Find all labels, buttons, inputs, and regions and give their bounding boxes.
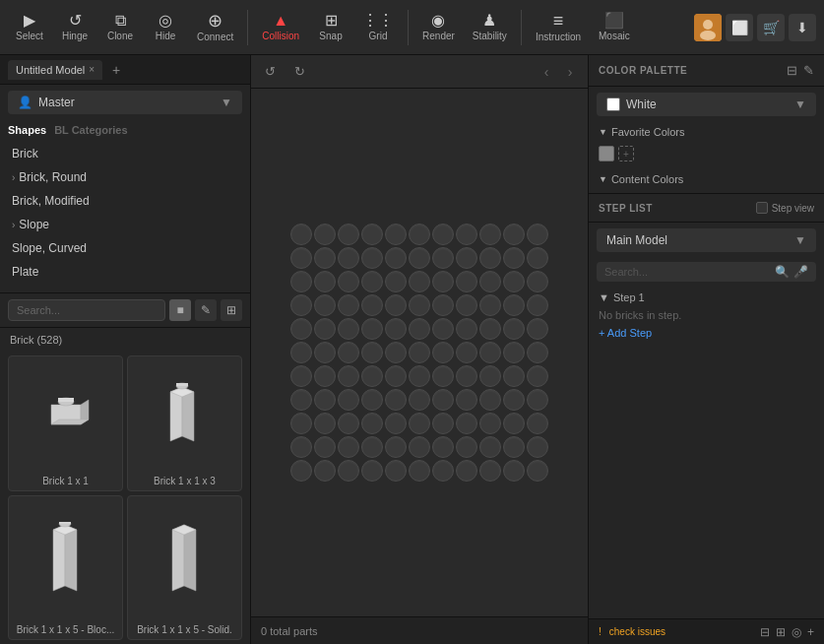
shape-item-plate[interactable]: Plate xyxy=(0,260,250,284)
stud xyxy=(432,318,454,340)
render-tool[interactable]: ◉ Render xyxy=(414,9,463,45)
step-view-toggle[interactable]: Step view xyxy=(756,202,814,214)
select-tool[interactable]: ▶ Select xyxy=(8,9,51,45)
stud xyxy=(290,436,312,458)
stud xyxy=(409,294,430,316)
tab-close-btn[interactable]: × xyxy=(89,64,95,75)
stud xyxy=(338,389,359,411)
grid-tool[interactable]: ⋮⋮ Grid xyxy=(354,9,402,45)
model-dropdown[interactable]: Main Model ▼ xyxy=(597,228,816,252)
stud xyxy=(290,294,312,316)
stud xyxy=(385,342,407,363)
svg-marker-13 xyxy=(53,525,65,591)
content-colors-header[interactable]: ▼ Content Colors xyxy=(599,173,814,185)
stud xyxy=(503,389,525,411)
instruction-label: Instruction xyxy=(536,32,581,42)
content-colors-section: ▼ Content Colors xyxy=(589,169,824,193)
connect-label: Connect xyxy=(197,32,233,42)
clone-tool[interactable]: ⧉ Clone xyxy=(98,9,142,45)
stud xyxy=(338,460,359,482)
brick-1x1-icon xyxy=(13,362,118,472)
snap-tool[interactable]: ⊞ Snap xyxy=(309,9,352,45)
brick-item-1x1x5-solid[interactable]: Brick 1 x 1 x 5 - Solid. xyxy=(127,495,242,641)
svg-marker-18 xyxy=(172,525,184,591)
brick-count-label: Brick (528) xyxy=(10,334,62,346)
search-input[interactable] xyxy=(8,299,165,321)
stud xyxy=(290,365,312,387)
view-edit-btn[interactable]: ✎ xyxy=(195,299,217,321)
brick-item-1x1x3[interactable]: Brick 1 x 1 x 3 xyxy=(127,355,242,491)
chevron-right-icon-2: › xyxy=(12,220,15,230)
mosaic-tool[interactable]: ⬛ Mosaic xyxy=(591,9,638,45)
hide-tool[interactable]: ◎ Hide xyxy=(144,9,187,45)
step-mic-icon[interactable]: 🎤 xyxy=(793,265,808,279)
stud xyxy=(409,271,430,292)
filter-icon[interactable]: ⊟ xyxy=(787,63,797,78)
next-arrow[interactable]: › xyxy=(560,62,580,82)
canvas-area[interactable] xyxy=(251,89,588,616)
master-dropdown[interactable]: 👤 Master ▼ xyxy=(8,91,242,114)
download-btn[interactable]: ⬇ xyxy=(789,14,816,41)
hinge-label: Hinge xyxy=(62,31,88,41)
edit-palette-icon[interactable]: ✎ xyxy=(803,63,814,78)
hide-icon: ◎ xyxy=(158,13,172,29)
collision-tool[interactable]: ▲ Collision xyxy=(254,9,307,45)
stud xyxy=(479,436,501,458)
bl-categories-tab[interactable]: BL Categories xyxy=(54,124,127,136)
favorite-colors-list: + xyxy=(599,142,814,165)
step-1-header[interactable]: ▼ Step 1 xyxy=(599,291,814,303)
monitor-btn[interactable]: ⬜ xyxy=(726,14,753,41)
stud xyxy=(456,436,477,458)
stud xyxy=(479,247,501,269)
shape-item-brick[interactable]: Brick xyxy=(0,142,250,165)
eye-icon[interactable]: ◎ xyxy=(792,625,801,639)
stud xyxy=(361,294,383,316)
stability-tool[interactable]: ♟ Stability xyxy=(465,9,515,45)
shape-item-brick-modified[interactable]: Brick, Modified xyxy=(0,189,250,213)
model-tab[interactable]: Untitled Model × xyxy=(8,60,102,80)
no-bricks-text: No bricks in step. xyxy=(599,307,814,327)
instruction-tool[interactable]: ≡ Instruction xyxy=(528,8,589,46)
color-dropdown[interactable]: White ▼ xyxy=(597,93,816,116)
stud xyxy=(409,389,430,411)
view-list-btn[interactable]: ⊞ xyxy=(221,299,242,321)
view-grid-btn[interactable]: ■ xyxy=(169,299,191,321)
fav-swatch-1[interactable] xyxy=(599,146,614,161)
prev-arrow[interactable]: ‹ xyxy=(537,62,556,82)
redo-icon[interactable]: ↻ xyxy=(288,61,310,83)
stud xyxy=(503,294,525,316)
shape-item-brick-round[interactable]: › Brick, Round xyxy=(0,165,250,189)
check-issues-label[interactable]: check issues xyxy=(609,626,666,637)
connect-tool[interactable]: ⊕ Connect xyxy=(189,8,241,46)
stud xyxy=(479,294,501,316)
stud xyxy=(385,294,407,316)
brick-item-1x1[interactable]: Brick 1 x 1 xyxy=(8,355,123,491)
shapes-tab[interactable]: Shapes xyxy=(8,124,46,136)
stud xyxy=(479,460,501,482)
add-step-btn[interactable]: + Add Step xyxy=(599,327,814,339)
shape-item-slope-curved[interactable]: Slope, Curved xyxy=(0,236,250,260)
brick-1x1x3-label: Brick 1 x 1 x 3 xyxy=(154,476,216,486)
hinge-tool[interactable]: ↺ Hinge xyxy=(53,9,96,45)
tab-add-btn[interactable]: + xyxy=(106,60,126,80)
undo-icon[interactable]: ↺ xyxy=(259,61,281,83)
cart-btn[interactable]: 🛒 xyxy=(757,14,785,41)
stud xyxy=(290,318,312,340)
step-search-input[interactable] xyxy=(604,266,771,278)
stud xyxy=(432,436,454,458)
favorite-colors-header[interactable]: ▼ Favorite Colors xyxy=(599,126,814,138)
expand-icon[interactable]: ⊞ xyxy=(776,625,786,639)
model-chevron-icon: ▼ xyxy=(794,233,806,247)
user-avatar[interactable] xyxy=(694,14,722,41)
content-colors-label: Content Colors xyxy=(611,173,683,185)
brick-item-1x1x5-bloc[interactable]: Brick 1 x 1 x 5 - Bloc... xyxy=(8,495,123,641)
render-label: Render xyxy=(422,31,455,41)
search-area: ■ ✎ ⊞ xyxy=(0,292,250,328)
shape-item-slope[interactable]: › Slope xyxy=(0,213,250,236)
tab-bar: Untitled Model × + xyxy=(0,55,250,85)
minimize-icon[interactable]: ⊟ xyxy=(760,625,770,639)
add-fav-btn[interactable]: + xyxy=(618,146,634,161)
step-view-checkbox[interactable] xyxy=(756,202,768,214)
plus-icon[interactable]: + xyxy=(807,625,814,639)
stud xyxy=(432,460,454,482)
